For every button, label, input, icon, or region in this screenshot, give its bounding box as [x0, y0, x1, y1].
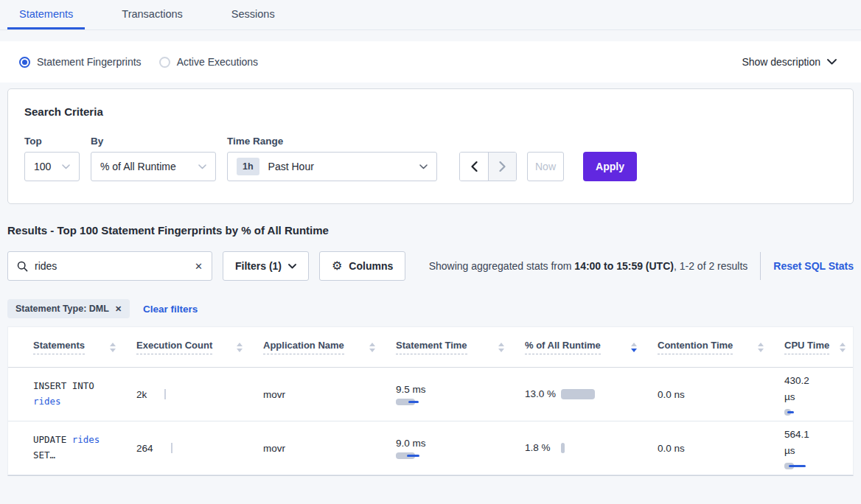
filter-pill-statement-type[interactable]: Statement Type: DML ✕: [7, 299, 130, 318]
chevron-down-icon: [62, 164, 70, 169]
execution-count-value: 2k: [136, 389, 147, 400]
statement-cell: UPDATE rides SET…: [33, 433, 136, 463]
results-controls-row: ✕ Filters (1) ⚙ Columns Showing aggregat…: [7, 251, 854, 281]
top-field: Top 100: [24, 136, 80, 181]
header-label[interactable]: Statement Time: [396, 340, 467, 354]
filters-button[interactable]: Filters (1): [223, 251, 309, 281]
time-nav-group: [459, 152, 517, 181]
filters-label: Filters (1): [235, 260, 282, 272]
execution-count-value: 264: [136, 443, 153, 454]
statement-keyword: UPDATE: [33, 434, 66, 445]
search-input[interactable]: [35, 260, 195, 272]
header-cpu-time: CPU Time: [784, 340, 853, 354]
search-icon: [17, 261, 28, 272]
by-label: By: [91, 136, 216, 147]
statement-keyword: INSERT INTO: [33, 380, 94, 391]
statement-time-bar: [396, 452, 431, 459]
active-filters-row: Statement Type: DML ✕ Clear filters: [7, 299, 854, 318]
time-range-badge: 1h: [237, 158, 259, 175]
statement-time-value: 9.5 ms: [396, 384, 525, 395]
remove-filter-icon[interactable]: ✕: [115, 304, 122, 314]
table-row: INSERT INTO rides 2k movr 9.5 ms 13.0 % …: [8, 368, 853, 421]
statement-table-link[interactable]: rides: [72, 434, 100, 445]
time-next-button[interactable]: [488, 153, 516, 181]
tab-transactions[interactable]: Transactions: [110, 0, 194, 29]
radio-active-executions[interactable]: Active Executions: [159, 56, 259, 68]
chevron-right-icon: [499, 161, 506, 172]
execution-count-bar: [164, 389, 166, 399]
sort-icon[interactable]: [237, 343, 243, 352]
statement-time-bar: [396, 399, 431, 405]
clear-filters-link[interactable]: Clear filters: [143, 304, 198, 315]
view-mode-band: Statement Fingerprints Active Executions…: [0, 41, 861, 83]
header-label[interactable]: Application Name: [263, 340, 344, 354]
time-range-label: Time Range: [227, 136, 437, 147]
time-range-select[interactable]: 1h Past Hour: [227, 152, 437, 181]
header-application-name: Application Name: [263, 340, 396, 354]
header-execution-count: Execution Count: [136, 340, 263, 354]
search-criteria-card: Search Criteria Top 100 By % of All Runt…: [7, 88, 854, 204]
statement-rest: SET…: [33, 449, 55, 461]
gear-icon: ⚙: [332, 260, 342, 272]
pct-runtime-value: 13.0 %: [525, 386, 557, 402]
header-pct-all-runtime: % of All Runtime: [525, 340, 658, 354]
tab-sessions[interactable]: Sessions: [220, 0, 287, 29]
application-name-value: movr: [263, 443, 285, 454]
pct-runtime-value: 1.8 %: [525, 440, 557, 456]
cpu-time-value: 564.1 µs: [784, 427, 820, 458]
radio-statement-fingerprints[interactable]: Statement Fingerprints: [19, 56, 142, 68]
chevron-down-icon: [288, 264, 296, 269]
radio-label: Active Executions: [177, 56, 259, 68]
sort-icon[interactable]: [110, 343, 116, 352]
now-button[interactable]: Now: [527, 152, 564, 181]
cpu-time-cell: 564.1 µs: [784, 427, 853, 469]
top-select[interactable]: 100: [24, 152, 80, 181]
contention-time-cell: 0.0 ns: [658, 388, 784, 400]
chevron-left-icon: [471, 161, 478, 172]
apply-button[interactable]: Apply: [583, 152, 637, 181]
aggregated-stats-text: Showing aggregated stats from 14:00 to 1…: [429, 260, 748, 272]
statement-time-cell: 9.5 ms: [396, 384, 525, 405]
execution-count-bar: [171, 443, 172, 453]
clear-search-icon[interactable]: ✕: [195, 261, 203, 272]
divider: [760, 252, 761, 280]
sort-icon[interactable]: [498, 343, 504, 352]
pct-runtime-cell: 1.8 %: [525, 440, 658, 456]
time-range-value: Past Hour: [268, 161, 419, 172]
execution-count-cell: 264: [136, 443, 263, 454]
columns-button[interactable]: ⚙ Columns: [319, 251, 405, 281]
header-label[interactable]: Statements: [33, 340, 85, 354]
application-name-cell: movr: [263, 442, 396, 454]
statement-cell: INSERT INTO rides: [33, 379, 136, 409]
by-select[interactable]: % of All Runtime: [91, 152, 216, 181]
sort-icon-active-desc[interactable]: [631, 343, 637, 352]
header-label[interactable]: CPU Time: [784, 340, 829, 354]
sql-activity-tabbar: Statements Transactions Sessions: [0, 0, 861, 30]
results-search-box[interactable]: ✕: [7, 251, 212, 281]
header-label[interactable]: Contention Time: [658, 340, 733, 354]
chevron-down-icon: [198, 164, 206, 169]
sort-icon[interactable]: [840, 343, 846, 352]
cpu-time-value: 430.2 µs: [784, 373, 820, 405]
header-label[interactable]: % of All Runtime: [525, 340, 601, 354]
top-value: 100: [34, 161, 62, 172]
header-statements: Statements: [33, 340, 136, 354]
cpu-time-bar: [784, 463, 820, 469]
radio-label: Statement Fingerprints: [37, 56, 142, 68]
by-value: % of All Runtime: [100, 161, 198, 172]
sort-icon[interactable]: [758, 343, 764, 352]
execution-count-cell: 2k: [136, 389, 263, 400]
tab-statements[interactable]: Statements: [7, 0, 85, 29]
time-prev-button[interactable]: [460, 153, 488, 181]
by-field: By % of All Runtime: [91, 136, 216, 181]
pct-runtime-cell: 13.0 %: [525, 386, 658, 402]
header-label[interactable]: Execution Count: [136, 340, 212, 354]
statement-time-value: 9.0 ms: [396, 438, 525, 449]
statement-table-link[interactable]: rides: [33, 396, 61, 407]
header-contention-time: Contention Time: [658, 340, 784, 354]
statements-table: Statements Execution Count Application N…: [7, 326, 854, 476]
reset-sql-stats-link[interactable]: Reset SQL Stats: [773, 260, 854, 272]
contention-time-value: 0.0 ns: [658, 389, 685, 400]
sort-icon[interactable]: [369, 343, 375, 352]
show-description-toggle[interactable]: Show description: [742, 56, 837, 68]
